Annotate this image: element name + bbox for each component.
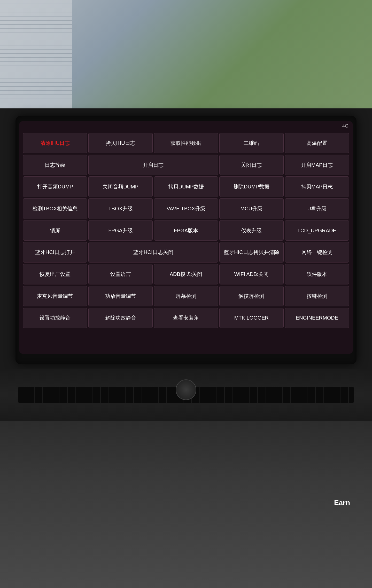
home-button[interactable]	[176, 379, 196, 400]
status-bar: 4G	[342, 123, 348, 129]
btn-copy-ihu[interactable]: 拷贝IHU日志	[88, 133, 152, 153]
btn-qrcode[interactable]: 二维码	[219, 133, 283, 153]
btn-engineer-mode[interactable]: ENGINEERMODE	[285, 308, 349, 328]
btn-fpga-version[interactable]: FPGA版本	[154, 220, 218, 241]
btn-fpga-upgrade[interactable]: FPGA升级	[88, 220, 152, 241]
signal-indicator: 4G	[342, 123, 348, 129]
btn-bt-hci-close[interactable]: 蓝牙HCI日志关闭	[88, 242, 218, 263]
btn-close-audio-dump[interactable]: 关闭音频DUMP	[88, 176, 152, 197]
button-grid: 清除IHU日志拷贝IHU日志获取性能数据二维码高温配置日志等级开启日志关闭日志开…	[22, 132, 350, 351]
btn-lcd-upgrade[interactable]: LCD_UPGRADE	[285, 220, 349, 241]
btn-usb-upgrade[interactable]: U盘升级	[285, 198, 349, 219]
btn-network-check[interactable]: 网络一键检测	[285, 242, 349, 263]
btn-check-install-angle[interactable]: 查看安装角	[154, 308, 218, 328]
btn-high-config[interactable]: 高温配置	[285, 133, 349, 153]
btn-instrument-upgrade[interactable]: 仪表升级	[219, 220, 283, 241]
btn-open-audio-dump[interactable]: 打开音频DUMP	[23, 176, 87, 197]
btn-adb-mode[interactable]: ADB模式:关闭	[154, 264, 218, 284]
btn-bt-hci-open[interactable]: 蓝牙HCI日志打开	[23, 242, 87, 263]
btn-set-language[interactable]: 设置语言	[88, 264, 152, 284]
btn-restore-factory[interactable]: 恢复出厂设置	[23, 264, 87, 284]
btn-mtk-logger[interactable]: MTK LOGGER	[219, 308, 283, 328]
btn-amp-volume[interactable]: 功放音量调节	[88, 286, 152, 306]
btn-vave-tbox[interactable]: VAVE TBOX升级	[154, 198, 218, 219]
btn-close-log[interactable]: 关闭日志	[219, 155, 283, 175]
btn-touch-check[interactable]: 触摸屏检测	[219, 286, 283, 306]
btn-lock-screen[interactable]: 锁屏	[23, 220, 87, 241]
btn-check-tbox[interactable]: 检测TBOX相关信息	[23, 198, 87, 219]
btn-screen-check[interactable]: 屏幕检测	[154, 286, 218, 306]
btn-mic-volume[interactable]: 麦克风音量调节	[23, 286, 87, 306]
btn-log-level[interactable]: 日志等级	[23, 155, 87, 175]
btn-copy-dump[interactable]: 拷贝DUMP数据	[154, 176, 218, 197]
btn-key-check[interactable]: 按键检测	[285, 286, 349, 306]
btn-mcu-upgrade[interactable]: MCU升级	[219, 198, 283, 219]
btn-clear-ihu[interactable]: 清除IHU日志	[23, 133, 87, 153]
btn-get-perf[interactable]: 获取性能数据	[154, 133, 218, 153]
btn-open-map-log[interactable]: 开启MAP日志	[285, 155, 349, 175]
btn-wifi-adb-close[interactable]: WIFI ADB:关闭	[219, 264, 283, 284]
btn-delete-dump[interactable]: 删除DUMP数据	[219, 176, 283, 197]
earn-area: Earn	[312, 490, 372, 515]
btn-bt-hci-copy-clear[interactable]: 蓝牙HIC日志拷贝并清除	[219, 242, 283, 263]
btn-remove-amp-mute[interactable]: 解除功放静音	[88, 308, 152, 328]
btn-software-version[interactable]: 软件版本	[285, 264, 349, 284]
main-screen: 4G 清除IHU日志拷贝IHU日志获取性能数据二维码高温配置日志等级开启日志关闭…	[19, 121, 353, 354]
btn-set-amp-mute[interactable]: 设置功放静音	[23, 308, 87, 328]
btn-copy-map-log[interactable]: 拷贝MAP日志	[285, 176, 349, 197]
btn-tbox-upgrade[interactable]: TBOX升级	[88, 198, 152, 219]
earn-label: Earn	[334, 499, 350, 507]
btn-open-log[interactable]: 开启日志	[88, 155, 218, 175]
